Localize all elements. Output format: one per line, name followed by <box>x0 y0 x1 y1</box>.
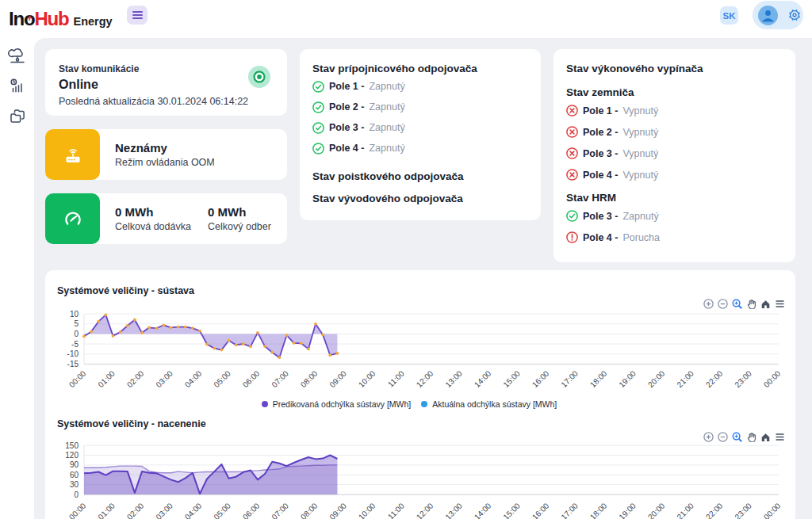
series-marker <box>191 326 194 330</box>
energy-icon-block <box>45 193 100 244</box>
status-row: Pole 4 -Vypnutý <box>566 164 783 185</box>
hrm-title: Stav HRM <box>566 192 783 204</box>
user-menu <box>753 1 803 29</box>
language-button[interactable]: SK <box>720 6 738 25</box>
status-row: Pole 3 -Zapnutý <box>312 117 528 138</box>
logo-text-hub: Hub <box>34 8 68 30</box>
cross-circle-icon <box>566 126 578 138</box>
user-icon <box>758 6 778 25</box>
avatar[interactable] <box>758 6 778 25</box>
svg-text:14:00: 14:00 <box>473 501 493 519</box>
chart-system-legend: Predikovaná odchýlka sústavy [MWh] Aktuá… <box>45 399 795 409</box>
zoom-out-button[interactable] <box>718 299 728 309</box>
pole-label: Pole 4 - <box>583 170 618 181</box>
pan-icon <box>746 432 756 442</box>
status-row: Pole 2 -Vypnutý <box>566 121 783 143</box>
sidebar-nav <box>0 38 34 519</box>
series-area <box>84 315 337 357</box>
svg-text:19:00: 19:00 <box>617 368 638 389</box>
home-button[interactable] <box>760 299 771 309</box>
svg-text:02:00: 02:00 <box>125 501 146 519</box>
pan-button[interactable] <box>746 299 756 309</box>
sidebar-item-folders[interactable] <box>6 105 29 127</box>
svg-text:15:00: 15:00 <box>501 368 522 389</box>
series-marker <box>235 343 238 346</box>
series-marker <box>220 349 224 352</box>
pan-button[interactable] <box>746 432 756 442</box>
series-marker <box>97 320 100 323</box>
home-button[interactable] <box>760 432 771 442</box>
logo-text-in: In <box>9 8 24 30</box>
series-marker <box>205 343 209 346</box>
menu-button[interactable] <box>775 432 785 442</box>
pole-label: Pole 3 - <box>583 211 618 222</box>
zoom-in-button[interactable] <box>703 299 714 309</box>
legend-item-actual[interactable]: Aktuálna odchýlka sústavy [MWh] <box>421 399 557 409</box>
box-zoom-button[interactable] <box>732 299 742 309</box>
series-marker <box>140 331 144 334</box>
series-marker <box>336 352 339 355</box>
svg-text:120: 120 <box>65 451 79 460</box>
legend-item-predicted[interactable]: Predikovaná odchýlka sústavy [MWh] <box>262 399 412 409</box>
svg-text:01:00: 01:00 <box>96 501 117 519</box>
svg-text:17:00: 17:00 <box>559 501 580 519</box>
chart-system: 1050-5-10-1500:0001:0002:0003:0004:0005:… <box>67 310 783 389</box>
series-marker <box>307 348 310 351</box>
home-icon <box>760 432 771 442</box>
cross-circle-icon <box>566 147 578 159</box>
check-circle-icon <box>566 210 578 222</box>
box-zoom-button[interactable] <box>732 432 742 442</box>
zoom-out-button[interactable] <box>718 432 728 442</box>
settings-button[interactable] <box>787 8 802 22</box>
control-mode-icon-block <box>45 129 100 180</box>
chart-system-title: Systémové veličiny - sústava <box>57 285 194 296</box>
box-zoom-icon <box>732 299 742 309</box>
router-icon <box>61 143 85 166</box>
status-row: Pole 3 -Zapnutý <box>566 205 783 227</box>
communication-status-card: Stav komunikácie Online Posledná aktuali… <box>45 49 287 116</box>
chart-pricing-toolbar <box>703 432 785 442</box>
cloud-network-icon <box>8 48 27 67</box>
svg-text:00:00: 00:00 <box>67 501 88 519</box>
power-breaker-card: Stav výkonového vypínača Stav zemniča Po… <box>553 49 795 262</box>
svg-text:23:00: 23:00 <box>733 368 753 389</box>
menu-button[interactable] <box>775 299 785 309</box>
series-marker <box>112 334 115 338</box>
menu-icon <box>775 299 785 309</box>
power-breaker-title: Stav výkonového vypínača <box>566 63 783 75</box>
zoom-out-icon <box>718 432 728 442</box>
fuse-disconnector-title: Stav poistkového odpojovača <box>312 170 528 183</box>
svg-text:0: 0 <box>74 490 79 499</box>
menu-icon <box>775 432 785 442</box>
series-marker <box>270 351 274 354</box>
pole-label: Pole 2 - <box>329 101 364 113</box>
status-row: Pole 4 -Porucha <box>566 227 783 248</box>
svg-text:19:00: 19:00 <box>617 501 638 519</box>
svg-text:18:00: 18:00 <box>588 368 609 389</box>
logo-o-mark: o+ <box>24 8 34 30</box>
svg-text:-15: -15 <box>67 360 79 368</box>
sidebar-item-history-chart[interactable] <box>6 75 29 97</box>
earthing-title: Stav zemniča <box>566 86 783 99</box>
pole-status: Vypnutý <box>622 127 658 138</box>
svg-text:14:00: 14:00 <box>473 368 493 389</box>
legend-dot-purple <box>262 401 268 407</box>
hamburger-icon <box>132 11 143 13</box>
sidebar-item-cloud-network[interactable] <box>6 46 29 68</box>
svg-text:03:00: 03:00 <box>154 501 174 519</box>
pole-label: Pole 1 - <box>583 105 618 116</box>
check-circle-icon <box>312 101 324 113</box>
pole-status: Zapnutý <box>622 211 658 222</box>
zoom-in-icon <box>703 432 714 442</box>
series-marker <box>263 345 266 348</box>
svg-text:06:00: 06:00 <box>241 368 262 389</box>
pole-label: Pole 3 - <box>583 148 618 159</box>
svg-text:10:00: 10:00 <box>357 368 377 389</box>
svg-text:21:00: 21:00 <box>675 368 695 389</box>
svg-text:11:00: 11:00 <box>386 501 406 519</box>
svg-text:20:00: 20:00 <box>646 368 667 389</box>
communication-label: Stav komunikácie <box>59 63 274 74</box>
menu-toggle-button[interactable] <box>127 6 147 25</box>
zoom-in-button[interactable] <box>703 432 714 442</box>
pole-label: Pole 3 - <box>329 122 364 133</box>
